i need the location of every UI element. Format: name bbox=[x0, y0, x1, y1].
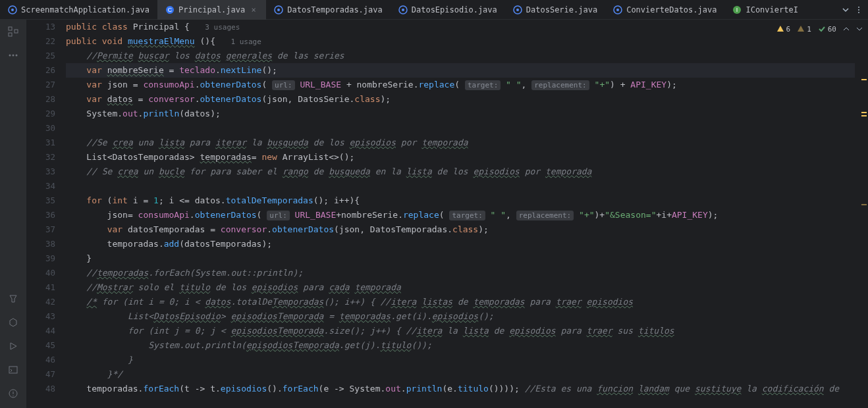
more-horizontal-icon[interactable] bbox=[7, 49, 20, 62]
tab-iconvierte[interactable]: I IConvierteI bbox=[724, 0, 805, 20]
svg-point-16 bbox=[858, 12, 859, 13]
tab-label: Principal.java bbox=[178, 5, 245, 14]
tab-label: DatosSerie.java bbox=[526, 5, 597, 14]
services-icon[interactable] bbox=[7, 316, 20, 329]
class-icon: C bbox=[165, 5, 175, 14]
svg-point-7 bbox=[402, 9, 404, 11]
chevron-down-icon[interactable] bbox=[856, 26, 863, 32]
tab-conviertedatos[interactable]: ConvierteDatos.java bbox=[605, 0, 724, 20]
svg-point-20 bbox=[9, 55, 11, 57]
tab-principal[interactable]: C Principal.java × bbox=[157, 0, 266, 20]
tab-screenmatch[interactable]: ScreenmatchApplication.java bbox=[0, 0, 157, 20]
gutter: 1322252627282930313233343536373839404142… bbox=[26, 20, 66, 408]
problems-icon[interactable] bbox=[7, 387, 20, 400]
tab-label: ConvierteDatos.java bbox=[626, 5, 717, 14]
svg-point-9 bbox=[516, 9, 519, 11]
interface-icon: I bbox=[732, 5, 742, 14]
tab-bar: ScreenmatchApplication.java C Principal.… bbox=[0, 0, 868, 20]
java-icon bbox=[274, 5, 283, 14]
java-icon bbox=[8, 5, 17, 14]
java-icon bbox=[398, 5, 408, 14]
chevron-down-icon[interactable] bbox=[842, 6, 850, 14]
tab-label: DatosEpisodio.java bbox=[412, 5, 497, 14]
java-icon bbox=[613, 5, 622, 14]
more-icon[interactable] bbox=[855, 6, 863, 14]
close-icon[interactable]: × bbox=[249, 5, 258, 14]
svg-point-11 bbox=[616, 9, 619, 11]
java-icon bbox=[513, 5, 522, 14]
warning-badge[interactable]: 6 bbox=[776, 25, 791, 34]
svg-point-5 bbox=[277, 9, 280, 11]
svg-rect-17 bbox=[9, 27, 12, 30]
chevron-up-icon[interactable] bbox=[843, 26, 850, 32]
code-content[interactable]: public class Principal { 3 usages public… bbox=[66, 20, 868, 408]
svg-point-15 bbox=[858, 9, 859, 11]
editor[interactable]: 6 1 60 132225262728293031323334353637383… bbox=[26, 20, 868, 408]
typo-badge[interactable]: 60 bbox=[818, 25, 836, 34]
svg-point-21 bbox=[13, 55, 14, 57]
error-stripe[interactable] bbox=[860, 39, 868, 408]
weak-warning-badge[interactable]: 1 bbox=[797, 25, 811, 34]
build-icon[interactable] bbox=[7, 292, 20, 305]
svg-text:I: I bbox=[736, 7, 738, 13]
svg-rect-19 bbox=[14, 30, 18, 33]
inspection-bar: 6 1 60 bbox=[776, 20, 863, 38]
svg-point-1 bbox=[11, 9, 14, 11]
tool-sidebar bbox=[0, 20, 26, 408]
tab-datosepisodio[interactable]: DatosEpisodio.java bbox=[391, 0, 505, 20]
tab-label: ScreenmatchApplication.java bbox=[21, 5, 149, 14]
tab-label: DatosTemporadas.java bbox=[287, 5, 383, 14]
tab-label: IConvierteI bbox=[746, 5, 798, 14]
svg-point-22 bbox=[16, 55, 18, 57]
svg-rect-23 bbox=[9, 367, 17, 373]
structure-icon[interactable] bbox=[7, 25, 20, 38]
tab-datostemporadas[interactable]: DatosTemporadas.java bbox=[266, 0, 391, 20]
tab-datosserie[interactable]: DatosSerie.java bbox=[505, 0, 605, 20]
svg-point-14 bbox=[858, 7, 859, 8]
terminal-icon[interactable] bbox=[7, 363, 20, 376]
svg-rect-18 bbox=[9, 33, 12, 36]
svg-text:C: C bbox=[168, 7, 173, 13]
run-icon[interactable] bbox=[7, 340, 20, 353]
